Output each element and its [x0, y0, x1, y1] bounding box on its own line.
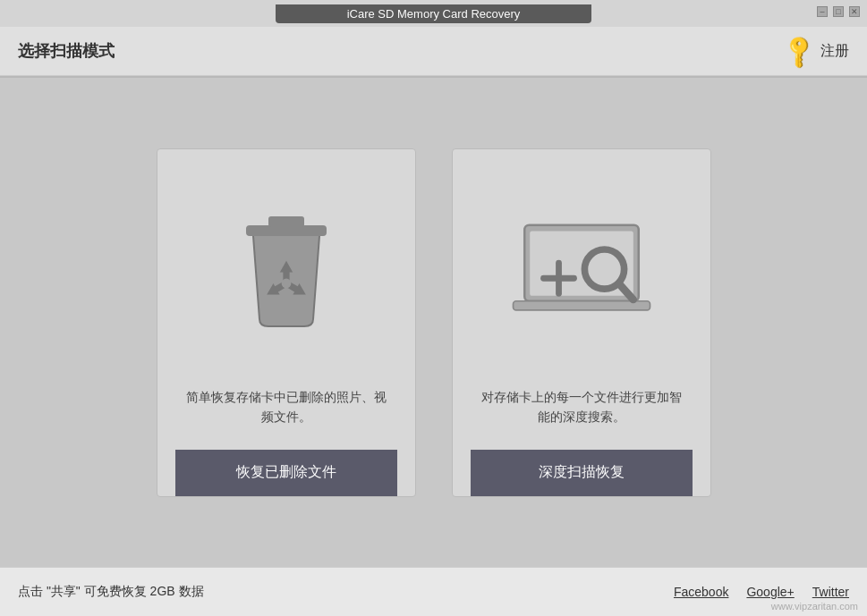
header: 选择扫描模式 🔑 注册 [0, 27, 867, 76]
watermark: www.vipzaritan.com [771, 601, 858, 612]
share-text: 点击 "共享" 可免费恢复 2GB 数据 [18, 584, 204, 600]
deep-scan-icon-area [506, 176, 658, 374]
deep-scan-button[interactable]: 深度扫描恢复 [471, 450, 693, 496]
delete-recovery-card: 简单恢复存储卡中已删除的照片、视频文件。 恢复已删除文件 [157, 148, 416, 497]
minimize-button[interactable]: – [817, 6, 828, 17]
footer: 点击 "共享" 可免费恢复 2GB 数据 Facebook Google+ Tw… [0, 567, 867, 616]
footer-links: Facebook Google+ Twitter [674, 585, 849, 599]
restore-button[interactable]: □ [833, 6, 844, 17]
close-button[interactable]: ✕ [849, 6, 860, 17]
page-title: 选择扫描模式 [18, 40, 115, 62]
delete-recovery-description: 简单恢复存储卡中已删除的照片、视频文件。 [175, 374, 397, 441]
deep-scan-description: 对存储卡上的每一个文件进行更加智能的深度搜索。 [471, 374, 693, 441]
delete-recovery-button[interactable]: 恢复已删除文件 [175, 450, 397, 496]
title-bar: iCare SD Memory Card Recovery – □ ✕ [0, 0, 867, 27]
svg-point-2 [281, 279, 291, 289]
facebook-link[interactable]: Facebook [674, 585, 728, 599]
key-icon: 🔑 [779, 31, 820, 72]
register-area: 🔑 注册 [785, 38, 849, 65]
window-title: iCare SD Memory Card Recovery [276, 4, 592, 23]
delete-recovery-icon-area [228, 176, 344, 374]
trash-recycle-icon [228, 212, 344, 337]
google-plus-link[interactable]: Google+ [746, 585, 794, 599]
svg-rect-1 [268, 216, 304, 227]
svg-rect-5 [513, 301, 650, 310]
main-content: 简单恢复存储卡中已删除的照片、视频文件。 恢复已删除文件 对存储卡上的每一个文件… [0, 78, 867, 567]
twitter-link[interactable]: Twitter [812, 585, 849, 599]
deep-scan-card: 对存储卡上的每一个文件进行更加智能的深度搜索。 深度扫描恢复 [452, 148, 711, 497]
laptop-search-icon [506, 216, 658, 333]
window-controls: – □ ✕ [817, 6, 860, 17]
register-button[interactable]: 注册 [820, 42, 849, 61]
